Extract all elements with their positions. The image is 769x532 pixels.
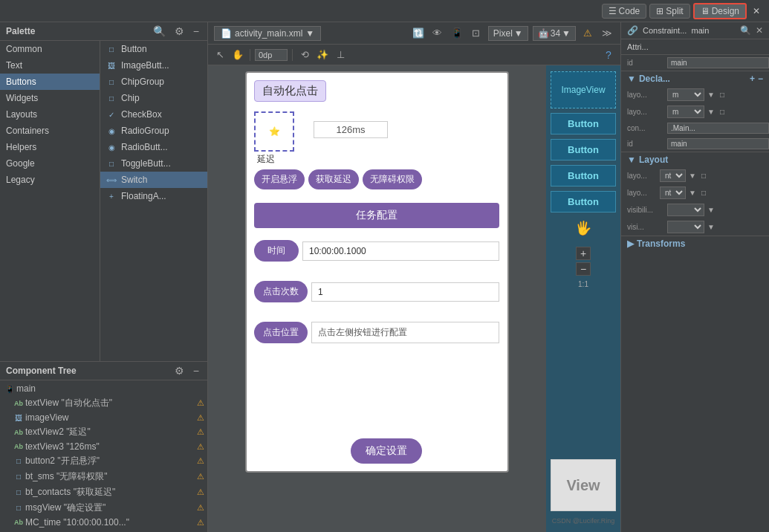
palette-item-switch[interactable]: ⟺ Switch — [100, 172, 207, 188]
attr-layon-more-1[interactable]: □ — [699, 172, 708, 180]
preview-view[interactable]: View — [551, 459, 616, 511]
tree-item-textview[interactable]: Ab textView "自动化点击" ⚠ — [3, 395, 204, 411]
pixel-dropdown[interactable]: Pixel ▼ — [488, 26, 528, 41]
tree-item-textview2[interactable]: Ab textView2 "延迟" ⚠ — [3, 424, 204, 440]
select-icon[interactable]: ↖ — [212, 48, 227, 62]
palette-item-floatingaction[interactable]: + FloatingA... — [100, 188, 207, 204]
palette-category-legacy[interactable]: Legacy — [0, 172, 100, 188]
palette-item-checkbox[interactable]: ✓ CheckBox — [100, 106, 207, 123]
tree-minimize-icon[interactable]: − — [191, 365, 201, 377]
attr-layout-section[interactable]: ▼ Layout — [621, 152, 769, 167]
split-button[interactable]: ⊞ Split — [649, 4, 689, 19]
attr-close-icon[interactable]: ✕ — [756, 25, 763, 36]
palette-item-togglebutton[interactable]: □ ToggleButt... — [100, 155, 207, 172]
attr-layon-sel-2[interactable]: nt — [660, 186, 686, 199]
attr-visibility-dropdown[interactable]: ▼ — [707, 206, 715, 214]
attr-title-main: Attri... — [627, 42, 763, 51]
attr-layo-dropdown-2[interactable]: ▼ — [707, 108, 715, 116]
zoom-fit-icon[interactable]: ⊡ — [469, 26, 484, 41]
palette-search-icon[interactable]: 🔍 — [151, 25, 168, 37]
eye-icon[interactable]: 👁 — [430, 26, 445, 41]
click-pos-label: 点击位置 — [254, 322, 308, 343]
attr-id-input-2[interactable] — [667, 138, 769, 149]
palette-category-layouts[interactable]: Layouts — [0, 106, 100, 123]
palette-item-imagebutton[interactable]: 🖼 ImageButt... — [100, 57, 207, 74]
preview-button-2[interactable]: Button — [551, 139, 616, 160]
palette-category-helpers[interactable]: Helpers — [0, 139, 100, 155]
attr-layon-sel-1[interactable]: nt — [660, 169, 686, 182]
api-dropdown[interactable]: 🤖 34 ▼ — [533, 26, 576, 41]
get-delay-button[interactable]: 获取延迟 — [308, 169, 359, 189]
zoom-out-button[interactable]: − — [576, 262, 591, 276]
palette-category-common[interactable]: Common — [0, 41, 100, 57]
tree-item-imageview[interactable]: 🖼 imageView ⚠ — [3, 411, 204, 424]
offset-input[interactable] — [255, 49, 288, 61]
attr-visibility-select[interactable] — [667, 204, 704, 216]
palette-item-radiobutton[interactable]: ◉ RadioButt... — [100, 139, 207, 155]
palette-category-text[interactable]: Text — [0, 57, 100, 74]
transform-icon[interactable]: ⟲ — [297, 48, 312, 62]
attr-layon-dropdown-1[interactable]: ▼ — [689, 172, 696, 180]
palette-item-chip[interactable]: □ Chip — [100, 90, 207, 106]
more-options-icon[interactable]: ≫ — [600, 26, 614, 41]
attr-layo-more-2[interactable]: □ — [718, 108, 727, 116]
palette-item-button[interactable]: □ Button — [100, 41, 207, 57]
attr-visi-dropdown[interactable]: ▼ — [707, 223, 715, 231]
attr-layo-select-2[interactable]: m — [667, 106, 704, 118]
attr-layo-more-1[interactable]: □ — [718, 91, 727, 99]
attr-con-input[interactable] — [667, 123, 769, 134]
attr-id-input[interactable] — [667, 57, 769, 68]
file-name-label: activity_main.xml — [235, 28, 302, 39]
tree-item-btcontacts[interactable]: □ bt_contacts "获取延迟" ⚠ — [3, 484, 204, 500]
attr-decla-section[interactable]: ▼ Decla... + − — [621, 71, 769, 86]
palette-item-radiogroup[interactable]: ◉ RadioGroup — [100, 123, 207, 139]
palette-minimize-icon[interactable]: − — [191, 25, 201, 37]
preview-button-1[interactable]: Button — [551, 113, 616, 134]
palette-category-containers[interactable]: Containers — [0, 123, 100, 139]
tree-item-textview3[interactable]: Ab textView3 "126ms" ⚠ — [3, 440, 204, 453]
tree-item-mctime[interactable]: Ab MC_time "10:00:00.100..." ⚠ — [3, 516, 204, 529]
palette-category-widgets[interactable]: Widgets — [0, 90, 100, 106]
magic-icon[interactable]: ✨ — [315, 48, 330, 62]
preview-imageview[interactable]: ImageView — [551, 71, 616, 108]
preview-button-3[interactable]: Button — [551, 165, 616, 186]
palette-item-chipgroup[interactable]: □ ChipGroup — [100, 74, 207, 90]
palette-settings-icon[interactable]: ⚙ — [172, 25, 186, 37]
decla-add-icon[interactable]: + — [750, 74, 755, 84]
component-tree: Component Tree ⚙ − 📱 main Ab textView "自… — [0, 361, 207, 532]
attr-transforms-section[interactable]: ▶ Transforms — [621, 236, 769, 251]
preview-button-4[interactable]: Button — [551, 191, 616, 213]
pan-icon[interactable]: ✋ — [230, 48, 245, 62]
attr-visi-select[interactable] — [667, 221, 704, 233]
device-icon[interactable]: 📱 — [450, 26, 464, 41]
file-dropdown-icon[interactable]: ▼ — [305, 28, 314, 39]
tree-item-button2[interactable]: □ button2 "开启悬浮" ⚠ — [3, 453, 204, 469]
confirm-button[interactable]: 确定设置 — [351, 438, 422, 464]
screen-title: 自动化点击 — [254, 80, 326, 102]
refresh-icon[interactable]: 🔃 — [411, 26, 426, 41]
task-config-button[interactable]: 任务配置 — [254, 203, 499, 228]
attr-layon-dropdown-2[interactable]: ▼ — [689, 189, 696, 197]
tree-item-btsms[interactable]: □ bt_sms "无障碍权限" ⚠ — [3, 469, 204, 484]
attr-layo-select-1[interactable]: m — [667, 88, 704, 101]
attr-layon-more-2[interactable]: □ — [699, 189, 708, 197]
tree-item-button3[interactable]: □ button3 "任务配置" ⚠ — [3, 529, 204, 532]
align-icon[interactable]: ⊥ — [333, 48, 348, 62]
tree-mctime-icon: Ab — [13, 519, 24, 526]
zoom-in-button[interactable]: + — [576, 247, 591, 260]
tree-item-msgview[interactable]: □ msgView "确定设置" ⚠ — [3, 500, 204, 516]
design-button[interactable]: 🖥 Design — [693, 3, 747, 19]
code-button[interactable]: ☰ Code — [602, 4, 647, 19]
decla-remove-icon[interactable]: − — [758, 74, 763, 84]
open-float-button[interactable]: 开启悬浮 — [254, 169, 305, 189]
palette-category-buttons[interactable]: Buttons — [0, 74, 100, 90]
attr-search-icon[interactable]: 🔍 — [740, 25, 751, 36]
close-icon[interactable]: ✕ — [750, 6, 763, 16]
attr-layo-dropdown-1[interactable]: ▼ — [707, 91, 715, 99]
tree-item-main[interactable]: 📱 main — [3, 382, 204, 395]
accessibility-button[interactable]: 无障碍权限 — [363, 169, 422, 189]
file-tab[interactable]: 📄 activity_main.xml ▼ — [214, 26, 321, 41]
tree-settings-icon[interactable]: ⚙ — [172, 365, 186, 377]
help-icon[interactable]: ? — [601, 48, 616, 62]
palette-category-google[interactable]: Google — [0, 155, 100, 172]
